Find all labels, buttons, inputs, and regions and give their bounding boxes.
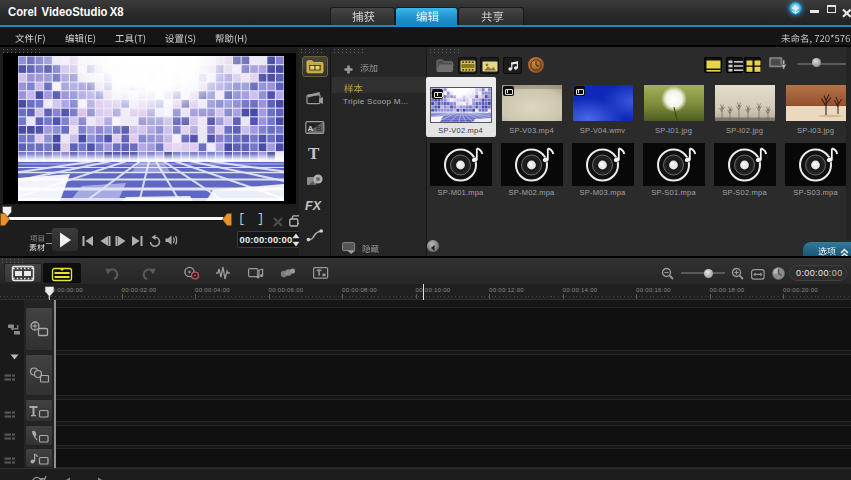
svg-text:A: A (308, 124, 314, 133)
svg-text:B: B (316, 124, 322, 133)
svg-text:T: T (40, 477, 45, 480)
